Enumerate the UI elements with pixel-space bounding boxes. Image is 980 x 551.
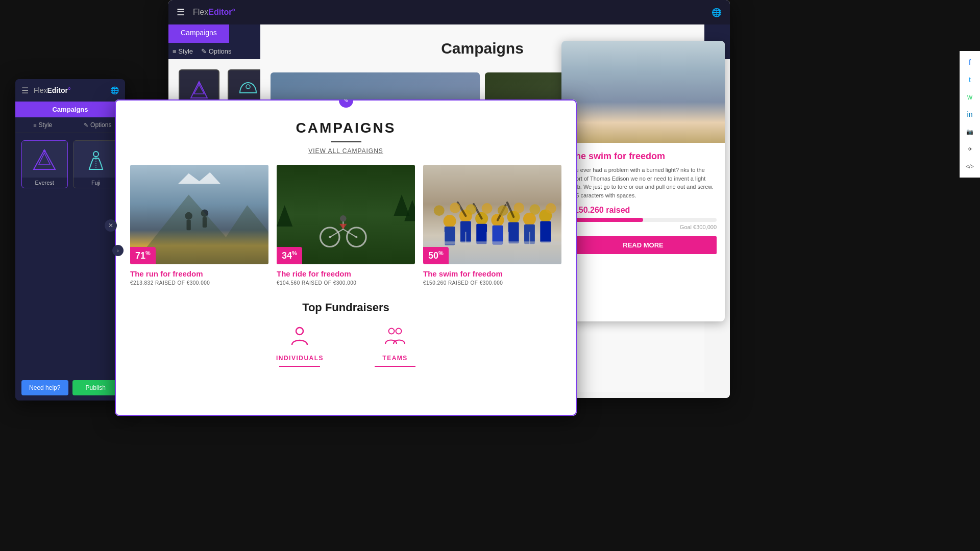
fundraiser-tab-individuals[interactable]: INDIVIDUALS — [276, 324, 324, 367]
campaign-card-ride: 34% The ride for freedom €104.560 RAISED… — [277, 165, 415, 286]
swim-panel-description: you ever had a problem with a burned lig… — [570, 166, 717, 199]
swim-raised-label: RAISED OF — [448, 280, 480, 286]
swim-progress-fill — [570, 218, 643, 222]
bg-globe-icon[interactable]: 🌐 — [712, 8, 722, 17]
run-goal-amount: €300.000 — [187, 280, 210, 286]
ride-raised-label: RAISED OF — [302, 280, 333, 286]
svg-point-50 — [546, 203, 556, 214]
fg-collapse-button[interactable]: › — [112, 245, 124, 256]
swim-card-image: 50% — [423, 165, 561, 264]
fg-publish-button[interactable]: Publish — [72, 380, 119, 395]
svg-rect-38 — [540, 221, 551, 243]
swim-percent-symbol: % — [438, 250, 444, 256]
everest-mountain-icon — [32, 148, 57, 171]
fg-icon-everest[interactable]: Everest — [21, 140, 68, 188]
bg-brand: FlexEditor° — [193, 8, 235, 17]
ride-card-title: The ride for freedom — [277, 269, 415, 278]
fg-topbar: ☰ FlexEditor° 🌐 — [15, 79, 125, 102]
svg-point-6 — [43, 149, 46, 152]
fundraiser-tabs: INDIVIDUALS TEAMS — [130, 324, 561, 367]
instagram-icon[interactable]: 📷 — [962, 123, 978, 140]
fg-hamburger-icon[interactable]: ☰ — [21, 86, 29, 95]
svg-rect-34 — [508, 222, 519, 244]
individuals-icon — [289, 324, 310, 350]
fg-brand: FlexEditor° — [34, 86, 71, 94]
svg-point-25 — [444, 215, 456, 228]
fg-close-button[interactable]: ✕ — [105, 219, 117, 232]
ride-percent-symbol: % — [292, 250, 297, 256]
share-icon[interactable]: ✈ — [962, 141, 978, 157]
fg-style-btn[interactable]: ≡ Style — [15, 117, 70, 133]
swim-read-more-button[interactable]: READ MORE — [570, 236, 717, 254]
view-all-link[interactable]: VIEW ALL CAMPAIGNS — [130, 147, 561, 155]
right-social-strip: f t w in 📷 ✈ </> — [960, 51, 980, 178]
swim-img-bg — [561, 41, 725, 143]
teams-icon — [384, 324, 406, 350]
svg-marker-5 — [39, 153, 50, 164]
fg-icon-everest-inner — [22, 141, 67, 178]
campaign-card-swim: 50% The swim for freedom €150.260 RAISED… — [423, 165, 561, 286]
fg-editor-panel: ☰ FlexEditor° 🌐 Campaigns ≡ Style ✎ Opti… — [15, 79, 125, 400]
fg-campaigns-tab[interactable]: Campaigns — [15, 102, 125, 117]
individuals-underline — [279, 366, 320, 367]
campaign-cards-container: 71% The run for freedom €213.832 RAISED … — [130, 165, 561, 286]
campaigns-heading: CAMPAIGNS — [130, 120, 561, 136]
swim-raised-amount: €150.260 — [423, 280, 447, 286]
run-card-title: The run for freedom — [130, 269, 268, 278]
fg-icon-fuji[interactable]: Fuji — [73, 140, 119, 188]
run-raised-label: RAISED OF — [155, 280, 187, 286]
run-percent-symbol: % — [145, 250, 151, 256]
svg-point-48 — [513, 203, 524, 213]
svg-point-23 — [340, 215, 347, 222]
facebook-icon[interactable]: f — [962, 54, 978, 70]
run-percentage-badge: 71% — [130, 247, 156, 264]
ride-goal-amount: €300.000 — [333, 280, 357, 286]
swim-progress-bar — [570, 218, 717, 222]
whatsapp-icon[interactable]: w — [962, 89, 978, 105]
fg-globe-icon[interactable]: 🌐 — [110, 86, 119, 94]
bg-campaigns-tab[interactable]: Campaigns — [168, 24, 229, 43]
svg-point-49 — [529, 204, 540, 215]
swim-panel-body: The swim for freedom you ever had a prob… — [561, 143, 725, 262]
run-card-image: 71% — [130, 165, 268, 264]
swim-goal: Goal €300,000 — [570, 224, 717, 230]
svg-rect-30 — [476, 224, 487, 244]
fg-fuji-label: Fuji — [91, 178, 101, 188]
svg-point-3 — [246, 85, 250, 89]
swim-detail-panel: The swim for freedom you ever had a prob… — [561, 41, 725, 321]
code-icon[interactable]: </> — [962, 158, 978, 174]
svg-point-45 — [465, 204, 476, 215]
ride-card-image: 34% — [277, 165, 415, 264]
style-grid-icon: ≡ — [33, 122, 36, 128]
linkedin-icon[interactable]: in — [962, 106, 978, 122]
campaigns-divider — [331, 141, 361, 142]
ride-raised-amount: €104.560 — [277, 280, 300, 286]
ride-card-raised: €104.560 RAISED OF €300.000 — [277, 280, 415, 286]
svg-point-2 — [198, 83, 200, 85]
bg-style-btn[interactable]: ≡ Style — [173, 47, 193, 55]
fg-help-button[interactable]: Need help? — [21, 380, 68, 395]
swim-panel-raised: €150.260 raised — [570, 206, 717, 215]
campaign-card-run: 71% The run for freedom €213.832 RAISED … — [130, 165, 268, 286]
twitter-icon[interactable]: t — [962, 71, 978, 88]
swim-goal-amount: €300.000 — [480, 280, 503, 286]
fg-canvas-content: CAMPAIGNS VIEW ALL CAMPAIGNS — [115, 99, 577, 377]
swim-panel-title: The swim for freedom — [570, 151, 717, 162]
teams-label: TEAMS — [382, 355, 408, 362]
fg-everest-label: Everest — [35, 178, 54, 188]
teams-underline — [375, 366, 415, 367]
run-card-raised: €213.832 RAISED OF €300.000 — [130, 280, 268, 286]
options-pencil-icon: ✎ — [84, 122, 88, 129]
fg-style-label: Style — [39, 121, 53, 129]
top-fundraisers-title: Top Fundraisers — [130, 301, 561, 314]
svg-point-57 — [296, 328, 303, 335]
bg-hamburger-icon[interactable]: ☰ — [177, 7, 185, 18]
swim-card-raised: €150.260 RAISED OF €300.000 — [423, 280, 561, 286]
svg-point-8 — [93, 152, 99, 157]
svg-point-47 — [498, 205, 508, 216]
bg-options-btn[interactable]: ✎ Options — [201, 47, 231, 55]
swim-card-title: The swim for freedom — [423, 269, 561, 278]
fundraiser-tab-teams[interactable]: TEAMS — [375, 324, 415, 367]
top-fundraisers-section: Top Fundraisers INDIVIDUALS — [130, 296, 561, 367]
svg-point-58 — [389, 329, 395, 334]
